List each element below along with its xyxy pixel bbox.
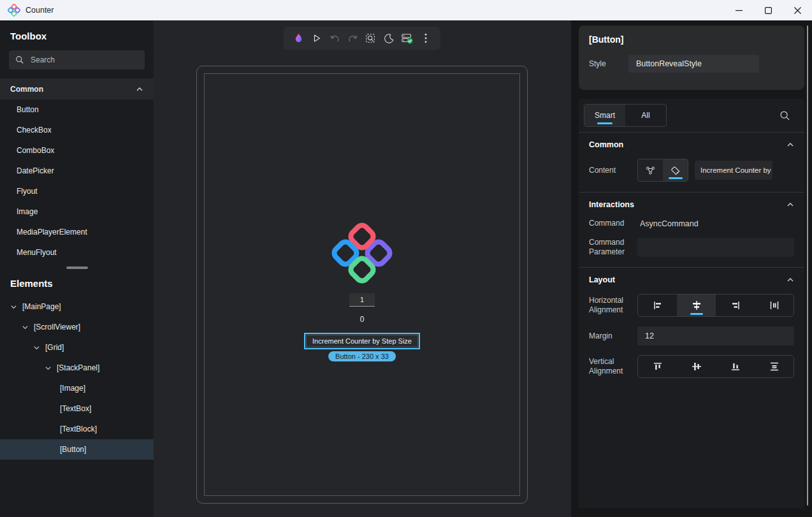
search-icon: [15, 55, 24, 64]
properties-tabs: Smart All: [579, 99, 804, 132]
redo-button[interactable]: [345, 31, 361, 46]
sidebar: Toolbox Common Button CheckBox ComboBox …: [0, 20, 154, 517]
toolbox-item-datepicker[interactable]: DatePicker: [0, 161, 154, 181]
tree-item-label: [ScrollViewer]: [34, 323, 80, 331]
halign-stretch-button[interactable]: [755, 295, 794, 316]
app-logo-icon: [8, 4, 20, 17]
panel-scrollbar[interactable]: [807, 25, 808, 506]
design-canvas[interactable]: 1 0 Increment Counter by Step Size Butto…: [154, 20, 571, 517]
app-logo-image[interactable]: [331, 222, 393, 284]
tree-item-button-selected[interactable]: [Button]: [0, 439, 154, 460]
tab-smart[interactable]: Smart: [584, 105, 625, 126]
chevron-down-icon[interactable]: [10, 303, 17, 310]
hot-reload-button[interactable]: [291, 31, 306, 46]
section-layout: Layout Horizontal Alignment: [579, 267, 804, 388]
chevron-down-icon[interactable]: [33, 344, 40, 351]
tree-item-textbox[interactable]: [TextBox]: [0, 398, 154, 419]
align-bottom-icon: [730, 361, 741, 372]
counter-textblock[interactable]: 0: [360, 315, 365, 324]
tree-item-label: [TextBlock]: [60, 425, 97, 433]
step-size-textbox[interactable]: 1: [349, 293, 375, 307]
device-screen[interactable]: 1 0 Increment Counter by Step Size Butto…: [204, 73, 520, 496]
tree-item-grid[interactable]: [Grid]: [0, 337, 154, 358]
command-parameter-input[interactable]: [637, 238, 794, 257]
tag-icon: [670, 165, 681, 176]
chevron-up-icon[interactable]: [787, 141, 794, 149]
tree-item-mainpage[interactable]: [MainPage]: [0, 296, 154, 317]
valign-stretch-button[interactable]: [755, 356, 794, 377]
binding-mode-button[interactable]: [638, 159, 663, 181]
properties-search-icon[interactable]: [779, 110, 790, 121]
close-button[interactable]: [783, 0, 812, 20]
tree-item-image[interactable]: [Image]: [0, 378, 154, 398]
tree-item-scrollviewer[interactable]: [ScrollViewer]: [0, 317, 154, 337]
more-options-button[interactable]: [418, 31, 433, 46]
margin-input[interactable]: [637, 326, 794, 346]
theme-toggle-button[interactable]: [382, 31, 397, 46]
vertical-alignment-label: Vertical Alignment: [589, 357, 637, 376]
toolbox-item-checkbox[interactable]: CheckBox: [0, 120, 154, 140]
binding-icon: [645, 165, 656, 176]
play-button[interactable]: [309, 31, 324, 46]
tree-item-label: [Grid]: [45, 343, 64, 352]
style-label: Style: [589, 59, 628, 68]
margin-label: Margin: [589, 331, 637, 341]
splitter-handle-icon: [66, 266, 88, 269]
undo-icon: [330, 34, 340, 43]
align-stretch-vertical-icon: [769, 361, 779, 372]
window-title: Counter: [25, 6, 54, 15]
tab-all[interactable]: All: [625, 105, 666, 126]
app-window: Counter Toolbox C: [0, 0, 812, 517]
content-mode-toggle: [637, 159, 688, 182]
tree-item-stackpanel[interactable]: [StackPanel]: [0, 358, 154, 378]
content-value-input[interactable]: Increment Counter by: [695, 161, 772, 180]
section-interactions: Interactions Command AsyncCommand Comman…: [579, 192, 804, 267]
halign-center-button[interactable]: [677, 295, 716, 316]
chevron-down-icon[interactable]: [45, 365, 52, 372]
connection-status-button[interactable]: [400, 31, 415, 46]
toolbox-item-menuflyout[interactable]: MenuFlyout: [0, 242, 154, 263]
toolbox-section-common[interactable]: Common: [0, 78, 154, 99]
valign-center-button[interactable]: [677, 356, 716, 377]
title-bar: Counter: [0, 0, 812, 20]
command-parameter-label: Command Parameter: [589, 238, 637, 257]
toolbox-item-mediaplayerelement[interactable]: MediaPlayerElement: [0, 222, 154, 242]
toolbox-item-button[interactable]: Button: [0, 99, 154, 120]
play-icon: [312, 33, 322, 43]
selection-size-badge: Button - 230 x 33: [328, 351, 396, 361]
toolbox-item-combobox[interactable]: ComboBox: [0, 140, 154, 161]
zoom-to-selection-button[interactable]: [363, 31, 379, 46]
halign-left-button[interactable]: [638, 295, 677, 316]
toolbox-section-label: Common: [10, 85, 43, 94]
toolbox-item-image[interactable]: Image: [0, 201, 154, 222]
vertical-alignment-group: [637, 355, 794, 378]
selected-element-title: [Button]: [589, 34, 794, 45]
chevron-up-icon[interactable]: [787, 276, 794, 284]
properties-panel: [Button] Style Smart All: [571, 20, 812, 517]
search-input[interactable]: [31, 55, 126, 64]
style-input[interactable]: [628, 55, 759, 73]
maximize-button[interactable]: [753, 0, 783, 20]
panel-splitter[interactable]: [0, 263, 154, 273]
chevron-down-icon[interactable]: [22, 324, 29, 331]
tree-item-textblock[interactable]: [TextBlock]: [0, 419, 154, 439]
command-value[interactable]: AsyncCommand: [640, 219, 699, 228]
moon-icon: [384, 33, 395, 44]
canvas-toolbar: [284, 27, 440, 50]
halign-right-button[interactable]: [716, 295, 755, 316]
tree-item-label: [Button]: [60, 445, 86, 454]
undo-button[interactable]: [327, 31, 342, 46]
toolbox-search[interactable]: [9, 50, 145, 69]
minimize-button[interactable]: [724, 0, 753, 20]
increment-button[interactable]: Increment Counter by Step Size: [306, 335, 418, 347]
literal-value-mode-button[interactable]: [663, 159, 688, 181]
valign-bottom-button[interactable]: [716, 356, 755, 377]
toolbox-title: Toolbox: [0, 20, 154, 49]
chevron-up-icon[interactable]: [787, 201, 794, 208]
elements-tree: [MainPage] [ScrollViewer] [Grid] [StackP…: [0, 296, 154, 460]
selection-outline: Increment Counter by Step Size: [304, 333, 420, 349]
close-icon: [794, 7, 801, 14]
valign-top-button[interactable]: [638, 356, 677, 377]
toolbox-list: Button CheckBox ComboBox DatePicker Flyo…: [0, 99, 154, 263]
toolbox-item-flyout[interactable]: Flyout: [0, 181, 154, 201]
